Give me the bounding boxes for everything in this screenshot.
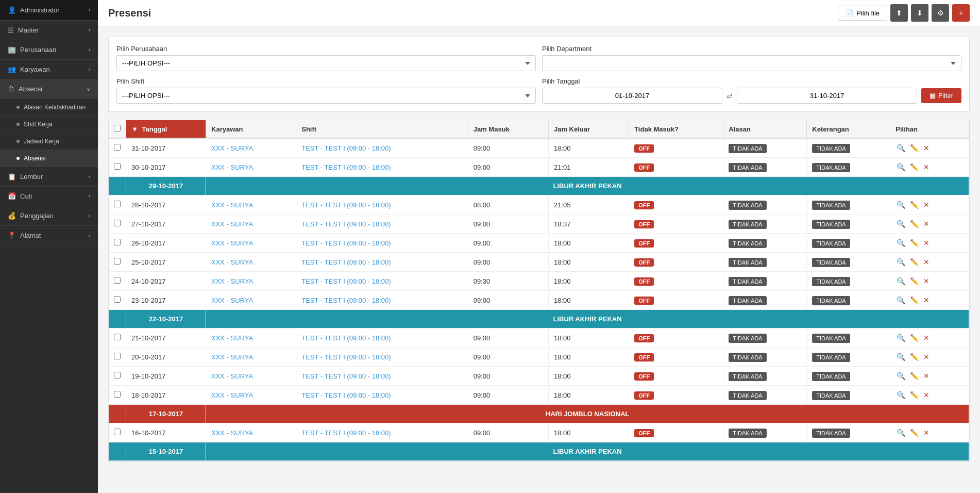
shift-select[interactable]: ---PILIH OPSI--- — [116, 88, 536, 104]
row-checkbox[interactable] — [114, 353, 121, 359]
delete-action-icon[interactable]: ✕ — [922, 352, 931, 362]
search-action-icon[interactable]: 🔍 — [895, 276, 906, 286]
search-action-icon[interactable]: 🔍 — [895, 143, 906, 153]
delete-action-icon[interactable]: ✕ — [922, 219, 931, 229]
search-action-icon[interactable]: 🔍 — [895, 352, 906, 362]
delete-action-icon[interactable]: ✕ — [922, 428, 931, 438]
row-checkbox-cell[interactable] — [109, 386, 126, 405]
sidebar-item-absensi[interactable]: ⏱ Absensi ∨ — [0, 79, 98, 99]
search-action-icon[interactable]: 🔍 — [895, 295, 906, 305]
sidebar-item-penggajian[interactable]: 💰 Penggajian › — [0, 206, 98, 226]
row-checkbox-cell[interactable] — [109, 272, 126, 291]
header-tidak-masuk[interactable]: Tidak Masuk? — [629, 120, 723, 138]
edit-action-icon[interactable]: ✏️ — [909, 276, 920, 286]
delete-action-icon[interactable]: ✕ — [922, 295, 931, 305]
add-button[interactable]: + — [952, 4, 970, 22]
edit-action-icon[interactable]: ✏️ — [909, 428, 920, 438]
edit-action-icon[interactable]: ✏️ — [909, 238, 920, 248]
perusahaan-select[interactable]: ---PILIH OPSI--- — [116, 55, 536, 71]
header-alasan[interactable]: Alasan — [723, 120, 807, 138]
share-button[interactable]: ⚙ — [932, 4, 949, 22]
edit-action-icon[interactable]: ✏️ — [909, 295, 920, 305]
header-karyawan[interactable]: Karyawan — [206, 120, 296, 138]
date-from-input[interactable] — [542, 88, 722, 104]
delete-action-icon[interactable]: ✕ — [922, 371, 931, 381]
edit-action-icon[interactable]: ✏️ — [909, 200, 920, 210]
search-action-icon[interactable]: 🔍 — [895, 371, 906, 381]
search-action-icon[interactable]: 🔍 — [895, 200, 906, 210]
row-checkbox[interactable] — [114, 220, 121, 226]
row-checkbox-cell[interactable] — [109, 138, 126, 158]
delete-action-icon[interactable]: ✕ — [922, 143, 931, 153]
chevron-right-icon: › — [89, 27, 90, 33]
row-checkbox-cell[interactable] — [109, 234, 126, 253]
row-checkbox[interactable] — [114, 201, 121, 207]
row-checkbox-cell[interactable] — [109, 328, 126, 348]
header-jam-keluar[interactable]: Jam Keluar — [548, 120, 629, 138]
delete-action-icon[interactable]: ✕ — [922, 162, 931, 172]
filter-button[interactable]: ▦ Filter — [921, 88, 961, 103]
search-action-icon[interactable]: 🔍 — [895, 390, 906, 400]
edit-action-icon[interactable]: ✏️ — [909, 371, 920, 381]
sidebar-submenu-shift[interactable]: Shift Kerja — [0, 116, 98, 133]
row-checkbox-cell[interactable] — [109, 423, 126, 442]
row-checkbox[interactable] — [114, 277, 121, 284]
delete-action-icon[interactable]: ✕ — [922, 238, 931, 248]
row-checkbox[interactable] — [114, 239, 121, 245]
search-action-icon[interactable]: 🔍 — [895, 238, 906, 248]
row-checkbox[interactable] — [114, 296, 121, 303]
sidebar-item-karyawan[interactable]: 👥 Karyawan › — [0, 60, 98, 79]
sidebar-submenu-alasan[interactable]: Alasan Ketidakhadiran — [0, 99, 98, 116]
row-checkbox[interactable] — [114, 391, 121, 398]
edit-action-icon[interactable]: ✏️ — [909, 219, 920, 229]
row-checkbox[interactable] — [114, 334, 121, 340]
department-select[interactable] — [542, 55, 961, 71]
header-pilihan[interactable]: Pilihan — [890, 120, 969, 138]
pilih-file-button[interactable]: 📄 Pilih file — [838, 6, 887, 21]
row-checkbox-cell[interactable] — [109, 367, 126, 386]
search-action-icon[interactable]: 🔍 — [895, 428, 906, 438]
row-checkbox-cell[interactable] — [109, 348, 126, 367]
row-checkbox[interactable] — [114, 429, 121, 435]
edit-action-icon[interactable]: ✏️ — [909, 162, 920, 172]
sidebar-user[interactable]: 👤 Administrator › — [0, 0, 98, 21]
upload-button[interactable]: ⬆ — [890, 4, 908, 22]
delete-action-icon[interactable]: ✕ — [922, 276, 931, 286]
search-action-icon[interactable]: 🔍 — [895, 257, 906, 267]
sidebar-submenu-jadwal[interactable]: Jadwal Kerja — [0, 133, 98, 150]
search-action-icon[interactable]: 🔍 — [895, 162, 906, 172]
delete-action-icon[interactable]: ✕ — [922, 333, 931, 343]
sidebar-item-perusahaan[interactable]: 🏢 Perusahaan › — [0, 40, 98, 60]
sidebar-item-cuti[interactable]: 📅 Cuti › — [0, 187, 98, 206]
row-checkbox[interactable] — [114, 258, 121, 265]
row-checkbox-cell[interactable] — [109, 291, 126, 310]
header-tanggal[interactable]: ▼ Tanggal — [126, 120, 206, 138]
edit-action-icon[interactable]: ✏️ — [909, 333, 920, 343]
sidebar-item-master[interactable]: ☰ Master › — [0, 21, 98, 40]
delete-action-icon[interactable]: ✕ — [922, 390, 931, 400]
edit-action-icon[interactable]: ✏️ — [909, 257, 920, 267]
row-checkbox[interactable] — [114, 163, 121, 170]
sidebar-submenu-absensi[interactable]: Absensi — [0, 150, 98, 167]
sidebar-item-lembur[interactable]: 📋 Lembur › — [0, 167, 98, 187]
edit-action-icon[interactable]: ✏️ — [909, 352, 920, 362]
header-shift[interactable]: Shift — [296, 120, 468, 138]
header-keterangan[interactable]: Keterangan — [807, 120, 890, 138]
row-checkbox-cell[interactable] — [109, 253, 126, 272]
search-action-icon[interactable]: 🔍 — [895, 333, 906, 343]
delete-action-icon[interactable]: ✕ — [922, 200, 931, 210]
edit-action-icon[interactable]: ✏️ — [909, 143, 920, 153]
select-all-checkbox[interactable] — [114, 125, 121, 132]
row-checkbox-cell[interactable] — [109, 215, 126, 234]
row-checkbox-cell[interactable] — [109, 195, 126, 215]
row-checkbox[interactable] — [114, 144, 121, 151]
search-action-icon[interactable]: 🔍 — [895, 219, 906, 229]
header-jam-masuk[interactable]: Jam Masuk — [468, 120, 548, 138]
edit-action-icon[interactable]: ✏️ — [909, 390, 920, 400]
row-checkbox[interactable] — [114, 372, 121, 379]
date-to-input[interactable] — [737, 88, 917, 104]
download-button[interactable]: ⬇ — [911, 4, 928, 22]
row-checkbox-cell[interactable] — [109, 158, 126, 177]
delete-action-icon[interactable]: ✕ — [922, 257, 931, 267]
sidebar-item-alamat[interactable]: 📍 Alamat › — [0, 226, 98, 245]
